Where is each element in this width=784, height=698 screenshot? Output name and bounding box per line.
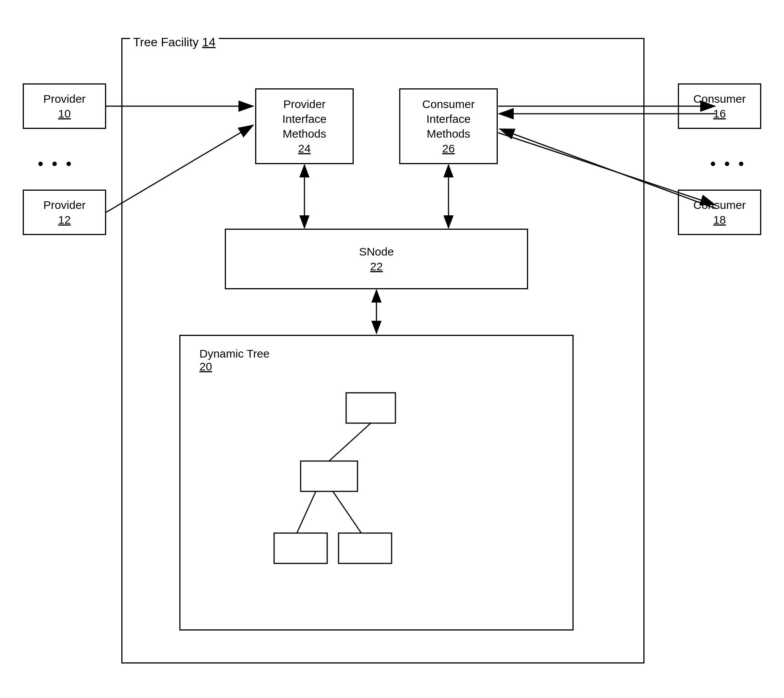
dynamic-tree-label: Dynamic Tree 20 [199, 347, 270, 373]
diagram-container: Provider 10 • • • Provider 12 Consumer 1… [15, 15, 769, 683]
provider-interface-box: ProviderInterfaceMethods24 [255, 88, 354, 164]
consumer-16-box: Consumer 16 [678, 83, 761, 129]
consumer-16-label: Consumer 16 [693, 91, 746, 121]
svg-line-3 [297, 491, 316, 533]
tree-facility-box: Tree Facility 14 ProviderInterfaceMethod… [121, 38, 644, 663]
consumer-interface-box: ConsumerInterfaceMethods26 [399, 88, 498, 164]
provider-interface-label: ProviderInterfaceMethods24 [282, 97, 327, 156]
tree-svg [263, 385, 490, 598]
svg-line-1 [329, 423, 371, 461]
snode-label: SNode 22 [359, 244, 394, 274]
dots-left: • • • [38, 155, 74, 173]
provider-12-box: Provider 12 [23, 189, 106, 235]
dots-right: • • • [710, 155, 746, 173]
svg-rect-0 [346, 393, 395, 423]
dynamic-tree-box: Dynamic Tree 20 [180, 335, 573, 631]
provider-12-label: Provider 12 [43, 198, 86, 227]
consumer-18-label: Consumer 18 [693, 198, 746, 227]
snode-box: SNode 22 [225, 229, 528, 289]
provider-10-label: Provider 10 [43, 91, 86, 121]
svg-line-4 [333, 491, 361, 533]
svg-rect-2 [301, 461, 357, 491]
consumer-interface-label: ConsumerInterfaceMethods26 [422, 97, 474, 156]
provider-10-box: Provider 10 [23, 83, 106, 129]
tree-visualization [263, 385, 490, 598]
tree-facility-label: Tree Facility 14 [130, 35, 219, 49]
svg-rect-5 [274, 533, 327, 563]
consumer-18-box: Consumer 18 [678, 189, 761, 235]
svg-rect-6 [339, 533, 392, 563]
